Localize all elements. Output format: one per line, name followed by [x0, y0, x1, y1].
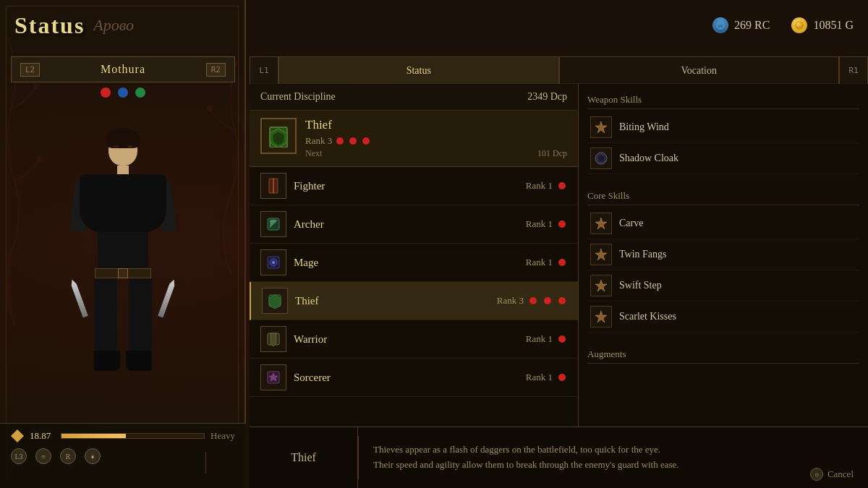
header-subtitle: Арово [93, 16, 134, 35]
mage-info: Mage [294, 257, 519, 269]
thief-name: Thief [295, 295, 490, 307]
next-label: Next [305, 148, 322, 159]
svg-point-5 [118, 87, 128, 98]
current-discipline-label: Current Discipline [260, 91, 336, 103]
weight-label: Heavy [210, 430, 235, 442]
thief-icon [262, 288, 288, 314]
weight-bar [61, 433, 205, 439]
cancel-button[interactable]: ○ Cancel [810, 468, 854, 481]
twin-fangs-icon [590, 244, 612, 265]
active-discipline-rank: Rank 3 [305, 135, 567, 147]
warrior-dot-1 [558, 335, 566, 343]
gold-currency: 10851 G [791, 17, 854, 33]
info-description: Thieves appear as a flash of daggers on … [359, 434, 868, 481]
main-panel: L1 Status Vocation R1 Current Discipline… [250, 56, 868, 488]
tab-vocation[interactable]: Vocation [559, 56, 840, 84]
fighter-rank: Rank 1 [526, 180, 567, 192]
mage-dot-1 [558, 259, 566, 266]
r1-trigger[interactable]: R1 [839, 56, 868, 84]
rc-icon [712, 17, 728, 33]
nav-left-btn[interactable]: L2 [20, 63, 40, 77]
core-skills-section: Core Skills Carve [579, 180, 868, 338]
skill-row[interactable]: Biting Wind [587, 112, 859, 143]
svg-point-4 [101, 87, 111, 98]
gold-amount: 10851 G [813, 19, 854, 32]
mage-name: Mage [294, 257, 519, 269]
svg-point-3 [795, 21, 804, 30]
rc-amount: 269 RC [734, 19, 770, 32]
scarlet-kisses-name: Scarlet Kisses [619, 311, 676, 322]
skill-row[interactable]: Shadow Cloak [587, 143, 859, 174]
biting-wind-name: Biting Wind [619, 121, 669, 133]
discipline-row[interactable]: Archer Rank 1 [250, 205, 578, 244]
character-name-bar: L2 Mothura R2 [11, 56, 235, 82]
twin-fangs-name: Twin Fangs [619, 249, 667, 260]
thief-info: Thief [295, 295, 490, 307]
carve-name: Carve [619, 218, 643, 229]
cancel-icon: ○ [810, 468, 823, 481]
thief-rank: Rank 3 [497, 295, 567, 307]
discipline-row[interactable]: Fighter Rank 1 [250, 167, 578, 205]
archer-info: Archer [294, 218, 519, 231]
warrior-icon [260, 326, 286, 352]
cancel-label: Cancel [827, 468, 854, 480]
skill-row[interactable]: Carve [587, 208, 859, 239]
sorcerer-icon [260, 364, 286, 390]
character-display [14, 105, 231, 408]
l1-trigger[interactable]: L1 [250, 56, 278, 84]
character-name: Mothura [101, 63, 145, 76]
menu-button[interactable]: ≡ [35, 448, 51, 464]
swift-step-name: Swift Step [619, 280, 662, 291]
skill-row[interactable]: Scarlet Kisses [587, 301, 859, 333]
bottom-divider [205, 452, 206, 474]
r-button[interactable]: R [60, 448, 76, 464]
skill-row[interactable]: Twin Fangs [587, 239, 859, 270]
left-panel: L2 Mothura R2 [0, 0, 246, 488]
archer-name: Archer [294, 218, 519, 231]
thief-dot-2 [544, 297, 551, 304]
mage-icon [260, 249, 286, 275]
weapon-skills-section: Weapon Skills Biting Wind [579, 84, 868, 180]
warrior-rank: Rank 1 [526, 333, 567, 345]
gold-icon [791, 17, 807, 33]
l3-button[interactable]: L3 [11, 448, 27, 464]
discipline-row[interactable]: Mage Rank 1 [250, 244, 578, 282]
augments-section: Augments [579, 338, 868, 372]
discipline-row[interactable]: Warrior Rank 1 [250, 320, 578, 359]
fighter-dot-1 [558, 182, 566, 189]
fighter-icon [260, 173, 286, 199]
info-desc-line1: Thieves appear as a flash of daggers on … [373, 442, 854, 458]
current-discipline-header: Current Discipline 2349 Dcp [250, 84, 578, 111]
svg-point-18 [598, 155, 604, 161]
active-discipline-info: Thief Rank 3 Next 101 Dcp [305, 118, 567, 159]
tab-status[interactable]: Status [278, 56, 559, 84]
rank-dot-2 [349, 137, 357, 145]
discipline-row[interactable]: Thief Rank 3 [250, 282, 578, 320]
svg-point-6 [135, 87, 145, 98]
biting-wind-icon [590, 116, 612, 138]
mage-rank: Rank 1 [526, 257, 567, 268]
rank-dot-3 [362, 137, 370, 145]
header: Status Арово 269 RC 10851 G [0, 0, 868, 51]
thief-dot-1 [529, 297, 537, 304]
skill-row[interactable]: Swift Step [587, 270, 859, 301]
weight-value: 18.87 [30, 430, 55, 442]
current-discipline-value: 2349 Dcp [527, 91, 567, 103]
diamond-button[interactable]: ♦ [85, 448, 101, 464]
active-discipline-row[interactable]: Thief Rank 3 Next 101 Dcp [250, 111, 578, 167]
nav-right-btn[interactable]: R2 [206, 63, 226, 77]
rank-dot-1 [336, 137, 344, 145]
warrior-name: Warrior [294, 333, 519, 346]
character-figure [65, 134, 181, 380]
archer-icon [260, 211, 286, 237]
scarlet-kisses-icon [590, 306, 612, 328]
weight-row: 18.87 Heavy [11, 429, 235, 442]
bottom-icons-row: L3 ≡ R ♦ [11, 448, 235, 464]
fighter-info: Fighter [294, 180, 519, 192]
character-status-icons [100, 87, 146, 98]
swift-step-icon [590, 275, 612, 296]
sorcerer-rank: Rank 1 [526, 372, 567, 383]
discipline-row[interactable]: Sorcerer Rank 1 [250, 359, 578, 397]
sorcerer-name: Sorcerer [294, 372, 519, 384]
rc-currency: 269 RC [712, 17, 770, 33]
